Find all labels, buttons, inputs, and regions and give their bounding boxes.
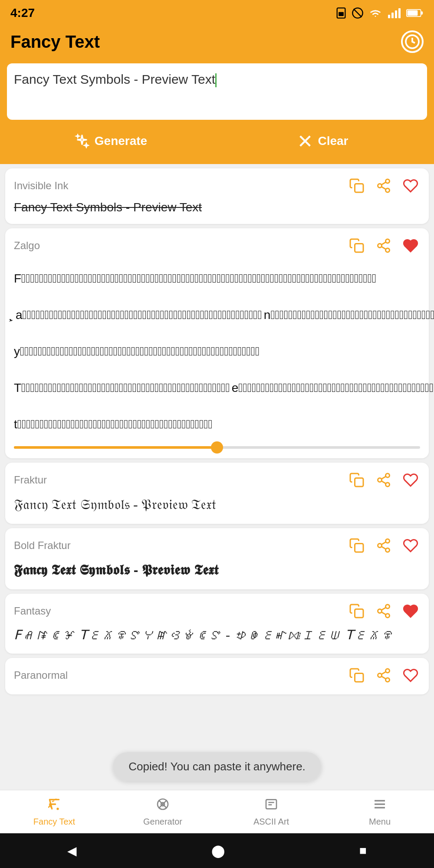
svg-line-3 <box>354 9 362 17</box>
favorite-button-invisible-ink[interactable] <box>401 176 420 195</box>
toast-text: Copied! You can paste it anywhere. <box>128 760 306 773</box>
svg-point-47 <box>386 678 390 682</box>
card-actions-paranormal <box>347 666 420 685</box>
copy-button-zalgo[interactable] <box>347 236 366 255</box>
wifi-icon <box>368 7 383 19</box>
copy-button-invisible-ink[interactable] <box>347 176 366 195</box>
copy-button-fantasy[interactable] <box>347 602 366 621</box>
card-header-zalgo: Zalgo <box>14 236 420 255</box>
copy-button-bold-fraktur[interactable] <box>347 536 366 555</box>
fancy-text-nav-label: Fancy Text <box>33 817 75 827</box>
svg-point-33 <box>386 539 390 543</box>
svg-rect-5 <box>391 13 394 18</box>
card-actions-fraktur <box>347 470 420 490</box>
generate-button[interactable]: Generate <box>7 128 215 154</box>
share-button-paranormal[interactable] <box>374 666 393 685</box>
fancy-text-nav-icon <box>47 797 61 814</box>
text-bold-fraktur: 𝕱𝖆𝖓𝖈𝖞 𝕿𝖊𝖝𝖙 𝕾𝖞𝖒𝖇𝖔𝖑𝖘 - 𝕻𝖗𝖊𝖛𝖎𝖊𝖜 𝕿𝖊𝖝𝖙 <box>14 560 420 580</box>
svg-line-37 <box>381 542 386 545</box>
nav-item-generator[interactable]: Generator <box>108 790 217 833</box>
svg-line-19 <box>381 182 386 185</box>
svg-point-50 <box>56 808 59 810</box>
card-actions-zalgo <box>347 236 420 255</box>
card-label-invisible-ink: Invisible Ink <box>14 180 68 192</box>
svg-point-46 <box>378 673 382 677</box>
svg-line-31 <box>381 477 386 479</box>
svg-line-24 <box>381 247 386 249</box>
input-container: Fancy Text Symbols - Preview Text <box>7 63 427 120</box>
svg-line-36 <box>381 546 386 549</box>
svg-rect-20 <box>355 244 364 253</box>
svg-rect-7 <box>398 8 401 18</box>
android-nav-bar: ◀ ⬤ ■ <box>0 833 434 868</box>
svg-line-49 <box>381 671 386 674</box>
ascii-art-nav-icon <box>264 797 278 814</box>
svg-rect-10 <box>421 11 423 14</box>
share-button-bold-fraktur[interactable] <box>374 536 393 555</box>
svg-point-21 <box>386 239 390 243</box>
favorite-button-zalgo[interactable] <box>401 236 420 255</box>
generator-nav-icon <box>156 797 170 814</box>
input-text: Fancy Text Symbols - Preview Text <box>14 72 215 86</box>
text-fantasy: ꓝꋬꁹꀯꐞ ꓔꏂꊼꋖꑄꌩꂵꃳꄃꀯꑄ - ꉣꏏꏂꎭꐻꀤꏂꅐ ꓔꏂꊼꋖ <box>14 626 420 644</box>
card-header-paranormal: Paranormal <box>14 666 420 685</box>
svg-rect-9 <box>408 10 418 16</box>
svg-point-27 <box>386 473 390 477</box>
favorite-button-fraktur[interactable] <box>401 470 420 490</box>
card-fantasy: Fantasy <box>5 594 429 654</box>
svg-point-39 <box>386 605 390 608</box>
status-bar: 4:27 <box>0 0 434 26</box>
share-button-invisible-ink[interactable] <box>374 176 393 195</box>
share-button-fantasy[interactable] <box>374 602 393 621</box>
generator-nav-label: Generator <box>143 817 182 827</box>
results-area: Invisible Ink <box>0 164 434 819</box>
bottom-navigation: Fancy Text Generator ASCII Art <box>0 790 434 833</box>
svg-rect-1 <box>339 12 344 16</box>
nav-item-menu[interactable]: Menu <box>326 790 434 833</box>
svg-point-29 <box>386 483 390 487</box>
toast-message: Copied! You can paste it anywhere. <box>113 752 321 781</box>
zalgo-text-container: F̷̡̢̢̡͓̞͚̠͚̮̗̻̗̠̲̻̲͔̮̲͍̜̳͎̘͍̫̫̘̩̱̭͖͇̱̪̝͔… <box>14 260 420 449</box>
favorite-button-bold-fraktur[interactable] <box>401 536 420 555</box>
card-header-bold-fraktur: Bold Fraktur <box>14 536 420 555</box>
text-cursor <box>215 73 217 87</box>
svg-point-41 <box>386 614 390 618</box>
card-actions-invisible-ink <box>347 176 420 195</box>
menu-nav-label: Menu <box>369 817 391 827</box>
svg-line-25 <box>381 242 386 245</box>
share-button-fraktur[interactable] <box>374 470 393 490</box>
status-time: 4:27 <box>10 6 35 20</box>
svg-line-30 <box>381 481 386 483</box>
status-icons <box>335 7 424 19</box>
back-button[interactable]: ◀ <box>67 844 77 858</box>
svg-line-48 <box>381 676 386 679</box>
app-title: Fancy Text <box>10 32 100 52</box>
clock-icon <box>404 34 420 49</box>
copy-button-fraktur[interactable] <box>347 470 366 490</box>
zalgo-slider-thumb[interactable] <box>211 441 223 454</box>
share-button-zalgo[interactable] <box>374 236 393 255</box>
card-fraktur: Fraktur <box>5 463 429 524</box>
favorite-button-paranormal[interactable] <box>401 666 420 685</box>
signal-icon <box>387 7 402 19</box>
header: Fancy Text <box>0 26 434 63</box>
home-button[interactable]: ⬤ <box>211 844 225 858</box>
svg-rect-4 <box>388 15 390 18</box>
nav-item-ascii-art[interactable]: ASCII Art <box>217 790 326 833</box>
card-label-fantasy: Fantasy <box>14 605 51 617</box>
card-actions-fantasy <box>347 602 420 621</box>
recent-apps-button[interactable]: ■ <box>359 844 367 858</box>
card-paranormal: Paranormal <box>5 658 429 694</box>
sparkle-icon <box>75 134 89 148</box>
clear-button[interactable]: Clear <box>219 128 427 154</box>
input-section: Fancy Text Symbols - Preview Text <box>0 63 434 128</box>
favorite-button-fantasy[interactable] <box>401 602 420 621</box>
card-invisible-ink: Invisible Ink <box>5 168 429 224</box>
card-header-fraktur: Fraktur <box>14 470 420 490</box>
copy-button-paranormal[interactable] <box>347 666 366 685</box>
card-label-bold-fraktur: Bold Fraktur <box>14 539 71 552</box>
zalgo-slider-container <box>14 446 420 449</box>
history-button[interactable] <box>401 30 424 53</box>
nav-item-fancy-text[interactable]: Fancy Text <box>0 790 108 833</box>
text-fraktur: 𝔉𝔞𝔫𝔠𝔶 𝔗𝔢𝔵𝔱 𝔖𝔶𝔪𝔟𝔬𝔩𝔰 - 𝔓𝔯𝔢𝔳𝔦𝔢𝔴 𝔗𝔢𝔵𝔱 <box>14 495 420 514</box>
